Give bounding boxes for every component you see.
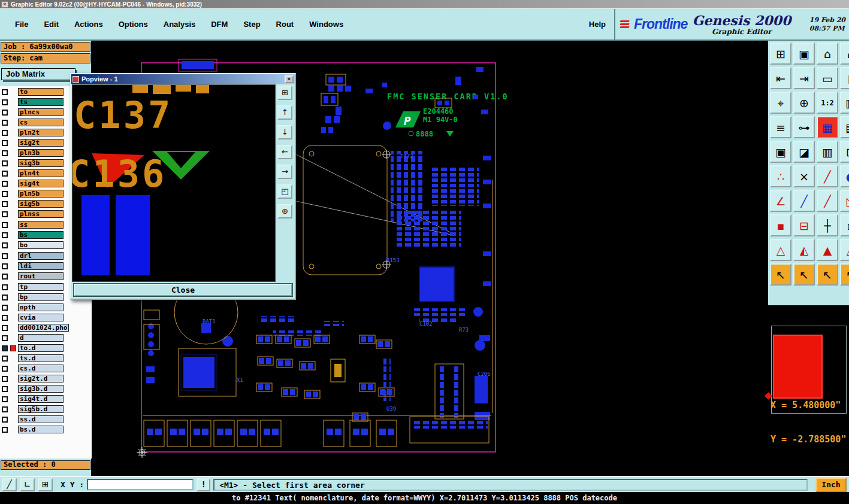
menu-item[interactable]: Edit [36, 17, 67, 31]
layer-label[interactable]: cs [18, 119, 64, 126]
layer-checkbox[interactable] [2, 406, 8, 412]
layer-label[interactable]: dd001024.pho [18, 324, 69, 332]
layer-row[interactable]: cs.d [0, 365, 92, 372]
layer-label[interactable]: cs.d [18, 365, 64, 372]
toolbar-button[interactable]: ◪ [793, 141, 815, 163]
layer-label[interactable]: sig2t.d [18, 375, 64, 382]
layer-label[interactable]: sig4t.d [18, 395, 64, 403]
layer-checkbox[interactable] [2, 120, 8, 126]
toolbar-button[interactable]: ⊟ [793, 214, 815, 236]
layer-checkbox[interactable] [2, 201, 8, 207]
toolbar-button[interactable]: ▯ [840, 67, 849, 89]
layer-label[interactable]: to.d [18, 344, 64, 352]
toolbar-button[interactable]: ▲ [817, 239, 838, 261]
layer-label[interactable]: npth [18, 303, 64, 311]
menu-help[interactable]: Help [589, 20, 606, 29]
layer-label[interactable]: ts.d [18, 354, 64, 362]
layer-checkbox[interactable] [2, 386, 8, 392]
layer-label[interactable]: plnss [18, 210, 64, 218]
popview-tool-button[interactable]: ⊕ [277, 204, 292, 218]
menu-item[interactable]: Step [235, 17, 268, 31]
layer-row[interactable]: sig4t.d [0, 395, 92, 403]
toolbar-button[interactable]: ▣ [770, 141, 791, 163]
layer-checkbox[interactable] [2, 305, 8, 311]
layer-checkbox[interactable] [2, 335, 8, 341]
layer-checkbox[interactable] [2, 130, 8, 136]
toolbar-button[interactable]: ▪ [770, 214, 791, 236]
toolbar-button[interactable]: ↖ [840, 263, 849, 286]
layer-label[interactable]: ts [18, 98, 64, 106]
toolbar-button[interactable]: ∴ [770, 165, 791, 187]
toolbar-button[interactable]: △ [770, 239, 791, 261]
layer-row[interactable]: ts.d [0, 354, 92, 362]
layer-row[interactable]: sig3b.d [0, 385, 92, 393]
menu-item[interactable]: Options [111, 17, 156, 31]
layer-label[interactable]: cvia [18, 314, 64, 321]
layer-label[interactable]: ldi [18, 262, 64, 270]
layer-row[interactable]: ss.d [0, 415, 92, 423]
toolbar-button[interactable]: ⊕ [793, 92, 815, 114]
menu-item[interactable]: DFM [203, 17, 235, 31]
toolbar-button[interactable]: △ [840, 239, 849, 261]
layer-row[interactable]: bs.d [0, 426, 92, 433]
layer-checkbox[interactable] [2, 274, 8, 280]
layer-row[interactable]: d [0, 334, 92, 342]
popview-tool-button[interactable]: → [277, 165, 292, 179]
window-titlebar[interactable]: × Graphic Editor 9.02c2 (00@HY-HYCAM-PC0… [0, 0, 849, 8]
toolbar-button[interactable]: ▥ [817, 141, 838, 163]
toolbar-button[interactable]: ▦ [817, 116, 838, 138]
layer-label[interactable]: sig3b.d [18, 385, 64, 393]
toolbar-button[interactable]: ▣ [793, 42, 815, 65]
layer-checkbox[interactable] [2, 427, 8, 433]
layer-label[interactable]: bs.d [18, 426, 64, 433]
layer-checkbox[interactable] [2, 253, 8, 259]
toolbar-button[interactable]: ⌂ [817, 42, 838, 65]
layer-checkbox[interactable] [2, 417, 8, 423]
layer-row[interactable]: cvia [0, 314, 92, 321]
layer-label[interactable]: d [18, 334, 64, 342]
layer-label[interactable]: bs [18, 231, 64, 239]
layer-label[interactable]: pln5b [18, 190, 64, 198]
layer-checkbox[interactable] [2, 294, 8, 300]
layer-checkbox[interactable] [2, 345, 8, 351]
toolbar-button[interactable]: ⌂ [840, 42, 849, 65]
angle-tool-icon[interactable]: ∟ [20, 478, 35, 491]
toolbar-button[interactable]: ⊡ [840, 141, 849, 163]
measure-line-icon[interactable]: ╱ [2, 478, 17, 491]
job-matrix-button[interactable]: Job Matrix [1, 68, 75, 80]
layer-label[interactable]: sig5b [18, 200, 64, 208]
popview-tool-button[interactable]: ↓ [277, 125, 292, 139]
layer-checkbox[interactable] [2, 396, 8, 402]
toolbar-button[interactable]: ◭ [793, 239, 815, 261]
layer-label[interactable]: sig4t [18, 180, 64, 187]
layer-checkbox[interactable] [2, 110, 8, 116]
layer-label[interactable]: bo [18, 241, 64, 249]
popview-tool-button[interactable]: ← [277, 145, 292, 159]
toolbar-button[interactable]: 1:2 [817, 92, 838, 114]
layer-checkbox[interactable] [2, 376, 8, 382]
layer-label[interactable]: bp [18, 293, 64, 301]
popview-close-button[interactable]: Close [74, 284, 292, 296]
toolbar-button[interactable]: ⌖ [770, 92, 791, 114]
layer-label[interactable]: to [18, 88, 64, 96]
layer-checkbox[interactable] [2, 232, 8, 238]
layer-label[interactable]: rout [18, 272, 64, 280]
layer-checkbox[interactable] [2, 181, 8, 187]
layer-row[interactable]: to.d [0, 344, 92, 352]
layer-label[interactable]: sig3b [18, 159, 64, 167]
layer-row[interactable]: sig5b.d [0, 405, 92, 413]
toolbar-button[interactable]: ╱ [793, 190, 815, 212]
layer-row[interactable]: dd001024.pho [0, 324, 92, 332]
layer-label[interactable]: pln4t [18, 169, 64, 177]
toolbar-button[interactable]: ∠ [770, 190, 791, 212]
toolbar-button[interactable]: ⊞ [770, 42, 791, 65]
menu-item[interactable]: Rout [268, 17, 302, 31]
layer-checkbox[interactable] [2, 191, 8, 197]
menu-item[interactable]: Analysis [156, 17, 203, 31]
toolbar-button[interactable]: ▤ [840, 116, 849, 138]
toolbar-button[interactable]: ↖ [817, 263, 838, 286]
grid-toggle-icon[interactable]: ⊞ [38, 478, 53, 491]
layer-checkbox[interactable] [2, 242, 8, 248]
toolbar-button[interactable]: ≡ [770, 116, 791, 138]
popview-close-icon[interactable]: × [285, 75, 294, 83]
